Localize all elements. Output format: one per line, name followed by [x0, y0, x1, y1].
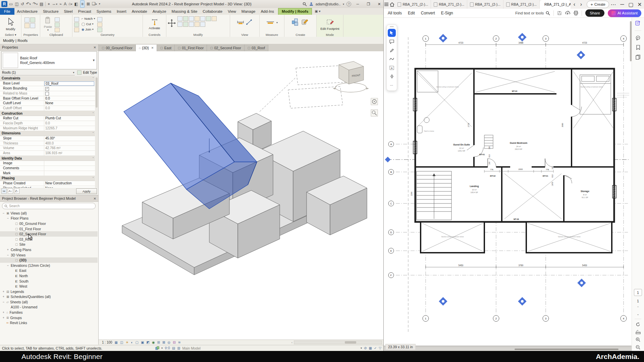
create-similar-icon[interactable]	[301, 18, 310, 26]
offset-icon[interactable]	[183, 16, 188, 21]
zoom-in-icon[interactable]	[636, 337, 640, 342]
ribbon-options-icon[interactable]: ▣ ▾	[312, 8, 323, 15]
property-value[interactable]: None	[44, 101, 95, 106]
panel-label[interactable]: Controls	[143, 33, 166, 37]
close-icon[interactable]: ✕	[94, 46, 96, 49]
tree-item-legends[interactable]: +▤Legends	[0, 289, 98, 294]
group-icon[interactable]	[200, 22, 205, 27]
document-area[interactable]: 1 2 3 4 1 2 3 4 A B C D E F	[384, 18, 644, 351]
rotate-icon[interactable]	[636, 322, 640, 327]
ribbon-tab-annotate[interactable]: Annotate	[129, 8, 150, 15]
expander-icon[interactable]: −	[2, 212, 5, 215]
property-row-related-to-mass[interactable]: Related to Mass	[0, 91, 95, 96]
selection-filter-dropdown[interactable]: Roofs (1) ▾	[1, 70, 75, 75]
editing-requests-icon[interactable]: ⚲:0	[165, 346, 170, 350]
panel-label[interactable]: Properties	[21, 33, 40, 37]
ribbon-tab-modify-roofs[interactable]: Modify | Roofs	[278, 8, 312, 15]
menu-esign[interactable]: E-Sign	[441, 11, 453, 15]
notch-button[interactable]: ⌐Notch▾	[82, 16, 95, 21]
tree-item-south[interactable]: ◧South	[0, 279, 98, 284]
measure-caret-icon[interactable]: ▾	[276, 21, 278, 25]
tree-item-groups[interactable]: +⊞Groups	[0, 315, 98, 320]
ribbon-tab-structure[interactable]: Structure	[40, 8, 61, 15]
switch-windows-icon[interactable]: ❏▾	[92, 0, 97, 8]
tree-item-3d[interactable]: ▢{3D}	[0, 257, 98, 263]
press-drag-icon[interactable]: ▦	[369, 346, 372, 350]
tree-item-revit-links[interactable]: ∞Revit Links	[0, 320, 98, 325]
paste-button[interactable]: Paste▾	[42, 16, 54, 33]
ribbon-tab-manage[interactable]: Manage	[239, 8, 258, 15]
share-button[interactable]: Share	[585, 9, 604, 17]
unpin-icon[interactable]	[189, 22, 194, 27]
save-icon[interactable]: ◫	[15, 1, 18, 7]
expander-icon[interactable]: −	[6, 253, 9, 257]
create-button[interactable]: + Create	[587, 1, 609, 8]
chevron-down-icon[interactable]: ▾	[161, 347, 163, 350]
property-value[interactable]	[44, 166, 95, 171]
property-row-mark[interactable]: Mark	[0, 171, 95, 176]
tag-icon[interactable]: ⌁	[59, 1, 62, 7]
property-group-constraints[interactable]: Constraintsˆ	[0, 76, 95, 81]
expander-icon[interactable]: +	[2, 290, 5, 293]
undo-icon[interactable]: ↶▾	[26, 0, 31, 8]
property-value[interactable]: 42.766 m³	[44, 146, 95, 150]
view-tab-00-ground-floor[interactable]: ▢00_Ground Floor	[99, 45, 136, 51]
visual-style-icon[interactable]: ◫	[120, 341, 123, 344]
property-value[interactable]: ✓	[44, 86, 95, 91]
ribbon-tab-analyze[interactable]: Analyze	[150, 8, 169, 15]
view-tab-02-second-floor[interactable]: ▢02_Second Floor	[207, 45, 245, 51]
customize-qat-icon[interactable]: ▾	[99, 1, 100, 7]
selection-filter-icon[interactable]: ▽	[379, 346, 381, 350]
tree-item-3d-views[interactable]: −3D Views	[0, 252, 98, 258]
background-processes-icon[interactable]: ✓	[374, 346, 377, 350]
close-button[interactable]: ✕	[635, 0, 644, 9]
tree-item-floor-plans[interactable]: −Floor Plans	[0, 216, 98, 221]
tree-item-ceiling-plans[interactable]: +Ceiling Plans	[0, 247, 98, 252]
expander-icon[interactable]: +	[2, 316, 5, 319]
ribbon-tab-precast[interactable]: Precast	[75, 8, 94, 15]
draw-tool-button[interactable]	[388, 55, 396, 63]
search-icon[interactable]	[303, 2, 307, 6]
property-row-volume[interactable]: Volume42.766 m³	[0, 146, 95, 151]
close-button[interactable]: ✕	[375, 0, 383, 8]
maximize-button[interactable]: ❐	[364, 0, 373, 8]
property-row-fascia-depth[interactable]: Fascia Depth0.0	[0, 121, 95, 126]
cut-icon[interactable]	[55, 17, 60, 22]
document-tab-active[interactable]: RBA_271_(2-)_A102	[540, 0, 571, 9]
page-up-icon[interactable]: ⌃	[637, 306, 639, 309]
document-tab-3[interactable]: RBA_271_(2-)...	[467, 0, 503, 9]
scrollbar-thumb[interactable]	[345, 341, 356, 344]
close-hidden-windows-icon[interactable]: ⊠	[87, 1, 90, 7]
analytical-model-icon[interactable]: ≋	[178, 341, 181, 344]
modify-tool-button[interactable]: Modify	[1, 16, 20, 33]
panel-label[interactable]: Mode	[317, 33, 343, 37]
view-tab-03-roof[interactable]: ▢03_Roof	[245, 45, 268, 51]
property-value[interactable]: Plumb Cut	[44, 116, 95, 121]
sort-za-icon[interactable]: Z↓	[14, 188, 19, 194]
property-value[interactable]: 12265.7	[44, 126, 95, 131]
show-crop-icon[interactable]: ▣	[141, 341, 144, 344]
minimize-button[interactable]: ─	[354, 0, 362, 8]
tree-item-views-all[interactable]: −▣Views (all)	[0, 210, 98, 216]
ai-assistant-panel-icon[interactable]	[635, 20, 641, 26]
measure-tape-icon[interactable]	[266, 18, 275, 25]
sync-icon[interactable]: ↺	[21, 1, 24, 7]
property-value[interactable]: 0.0	[44, 96, 95, 101]
expander-icon[interactable]: −	[6, 217, 9, 220]
tree-item-east[interactable]: ◧East	[0, 268, 98, 274]
group-sort-icon[interactable]: ≔	[1, 188, 7, 194]
view-tab-3d[interactable]: ⌂{3D}✕	[136, 45, 157, 51]
ribbon-tab-massing-site[interactable]: Massing & Site	[169, 8, 200, 15]
align-icon[interactable]	[177, 16, 182, 21]
trim-icon[interactable]	[200, 16, 205, 21]
panel-label[interactable]: Create	[284, 33, 316, 37]
checkbox[interactable]: ✓	[45, 87, 49, 91]
property-value[interactable]: 03_Roof	[44, 81, 94, 86]
property-row-room-bounding[interactable]: Room Bounding✓	[0, 86, 95, 91]
activate-button[interactable]: Activate	[144, 16, 165, 33]
scroll-left-icon[interactable]: ‹	[291, 341, 292, 344]
property-row-cutoff-offset[interactable]: Cutoff Offset0.0	[0, 106, 95, 111]
expander-icon[interactable]: +	[2, 311, 5, 314]
more-options-icon[interactable]: ⋯	[609, 0, 618, 9]
move-icon[interactable]	[168, 19, 176, 27]
